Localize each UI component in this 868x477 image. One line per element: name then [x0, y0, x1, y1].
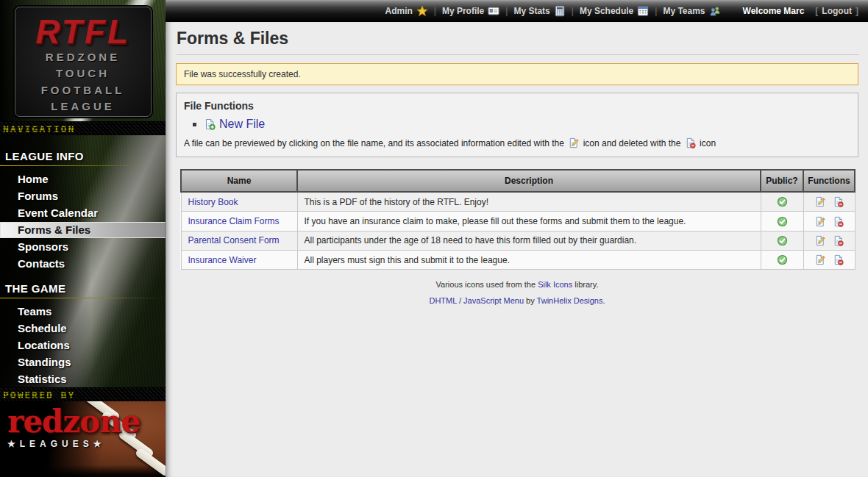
topbar-right: Welcome Marc [ Logout ]	[743, 6, 862, 16]
twinhelix-link[interactable]: TwinHelix Designs	[537, 296, 603, 305]
calculator-icon	[554, 5, 566, 17]
public-tick-icon	[777, 196, 788, 207]
delete-file-icon[interactable]	[833, 235, 844, 246]
col-header-name: Name	[181, 170, 297, 192]
topbar-my-teams[interactable]: My Teams	[663, 5, 720, 17]
credits-text: by	[526, 296, 535, 305]
separator: |	[655, 6, 657, 16]
delete-file-icon[interactable]	[833, 196, 844, 207]
page-add-icon	[204, 118, 216, 130]
page-title: Forms & Files	[177, 29, 859, 55]
sidebar-item-forms-files[interactable]: Forms & Files	[0, 222, 166, 238]
logo-line: REDZONE	[15, 49, 151, 65]
topbar-admin[interactable]: Admin	[385, 5, 427, 17]
credits-text: Various icons used from the	[436, 280, 536, 289]
topbar-my-stats-label: My Stats	[513, 6, 549, 16]
gold-divider	[0, 165, 166, 166]
sidebar-item-forums[interactable]: Forums	[0, 188, 166, 204]
file-hint: A file can be previewed by clicking on t…	[184, 137, 850, 148]
table-row: Insurance Waiver All players must sign t…	[181, 250, 855, 269]
logo-line: LEAGUE	[15, 98, 151, 114]
file-description: All participants under the age of 18 nee…	[297, 231, 761, 250]
sidebar-item-statistics[interactable]: Statistics	[0, 371, 166, 387]
topbar: Admin | My Profile | My Stats | My Sched…	[166, 0, 868, 22]
file-description: This is a PDF of the history of the RTFL…	[297, 192, 761, 212]
credits-text: .	[602, 296, 605, 305]
redzone-leagues-logo[interactable]: redzone ★LEAGUES★	[0, 401, 166, 477]
logo-acronym: RTFL	[15, 15, 151, 49]
vcard-icon	[488, 5, 499, 17]
hint-text: A file can be previewed by clicking on t…	[184, 138, 564, 148]
silk-icons-link[interactable]: Silk Icons	[538, 280, 572, 289]
page-edit-icon	[568, 137, 579, 148]
calendar-icon	[637, 5, 649, 17]
file-name-link[interactable]: Parental Consent Form	[188, 235, 280, 245]
redzone-name: redzone	[7, 407, 140, 437]
welcome-text: Welcome Marc	[743, 6, 805, 16]
edit-file-icon[interactable]	[814, 235, 825, 246]
sidebar-item-sponsors[interactable]: Sponsors	[0, 239, 166, 255]
redzone-sub: ★LEAGUES★	[7, 439, 140, 449]
col-header-public: Public?	[761, 170, 803, 192]
sidebar: RTFL REDZONE TOUCH FOOTBALL LEAGUE NAVIG…	[0, 0, 166, 477]
nav-section-title: LEAGUE INFO	[0, 150, 166, 162]
separator: |	[505, 6, 508, 16]
col-header-functions: Functions	[803, 170, 855, 192]
edit-file-icon[interactable]	[814, 196, 825, 207]
delete-file-icon[interactable]	[833, 254, 844, 265]
star-icon	[416, 5, 428, 17]
topbar-my-schedule-label: My Schedule	[580, 6, 633, 16]
powered-by-banner: POWERED BY	[0, 387, 166, 401]
table-row: Parental Consent Form All participants u…	[181, 231, 855, 250]
group-icon	[709, 5, 721, 17]
sidebar-item-home[interactable]: Home	[0, 171, 166, 187]
hint-text: icon and deleted with the	[583, 138, 681, 148]
nav-section-the-game: THE GAME Teams Schedule Locations Standi…	[0, 282, 166, 387]
flash-message: File was successfully created.	[176, 63, 858, 85]
navigation-banner: NAVIGATION	[0, 121, 166, 135]
sidebar-item-schedule[interactable]: Schedule	[0, 320, 166, 337]
bracket: ]	[855, 6, 858, 16]
file-name-link[interactable]: Insurance Waiver	[188, 255, 257, 265]
topbar-my-stats[interactable]: My Stats	[513, 5, 565, 17]
sidebar-item-contacts[interactable]: Contacts	[0, 256, 166, 272]
file-description: All players must sign this and submit it…	[297, 250, 761, 269]
file-name-link[interactable]: History Book	[188, 197, 238, 207]
main-column: Admin | My Profile | My Stats | My Sched…	[166, 0, 868, 477]
topbar-my-teams-label: My Teams	[663, 6, 705, 16]
separator: |	[572, 6, 574, 16]
file-description: If you have an insurance claim to make, …	[297, 212, 761, 231]
sidebar-item-teams[interactable]: Teams	[0, 304, 166, 320]
edit-file-icon[interactable]	[814, 254, 825, 265]
credits-line-icons: Various icons used from the Silk Icons l…	[166, 280, 868, 289]
main-content: Forms & Files File was successfully crea…	[166, 22, 868, 477]
topbar-my-profile-label: My Profile	[442, 6, 484, 16]
public-tick-icon	[777, 235, 788, 246]
sidebar-item-locations[interactable]: Locations	[0, 337, 166, 354]
topbar-menu: Admin | My Profile | My Stats | My Sched…	[385, 5, 720, 17]
sidebar-nav: LEAGUE INFO Home Forums Event Calendar F…	[0, 135, 166, 387]
topbar-admin-label: Admin	[385, 6, 412, 16]
dhtml-menu-link[interactable]: DHTML / JavaScript Menu	[429, 296, 524, 305]
delete-file-icon[interactable]	[833, 216, 844, 227]
files-table: Name Description Public? Functions Histo…	[180, 169, 855, 270]
topbar-my-profile[interactable]: My Profile	[442, 5, 499, 17]
edit-file-icon[interactable]	[814, 216, 825, 227]
new-file-link[interactable]: New File	[219, 118, 265, 131]
table-row: Insurance Claim Forms If you have an ins…	[181, 212, 855, 231]
sidebar-item-event-calendar[interactable]: Event Calendar	[0, 205, 166, 221]
rtfl-logo[interactable]: RTFL REDZONE TOUCH FOOTBALL LEAGUE	[15, 7, 152, 117]
file-functions-panel: File Functions New File A file can be pr…	[176, 93, 858, 157]
redzone-wordmark: redzone ★LEAGUES★	[7, 407, 140, 449]
sidebar-item-standings[interactable]: Standings	[0, 354, 166, 370]
league-logo-area: RTFL REDZONE TOUCH FOOTBALL LEAGUE	[0, 0, 166, 121]
logo-line: TOUCH	[15, 65, 151, 81]
app-root: RTFL REDZONE TOUCH FOOTBALL LEAGUE NAVIG…	[0, 0, 868, 477]
credits-line-menu: DHTML / JavaScript Menu by TwinHelix Des…	[166, 296, 868, 305]
credits-text: library.	[574, 280, 598, 289]
file-name-link[interactable]: Insurance Claim Forms	[188, 216, 280, 226]
public-tick-icon	[777, 254, 788, 265]
topbar-my-schedule[interactable]: My Schedule	[580, 5, 649, 17]
bracket: [	[815, 6, 818, 16]
logout-link[interactable]: Logout	[822, 6, 852, 16]
